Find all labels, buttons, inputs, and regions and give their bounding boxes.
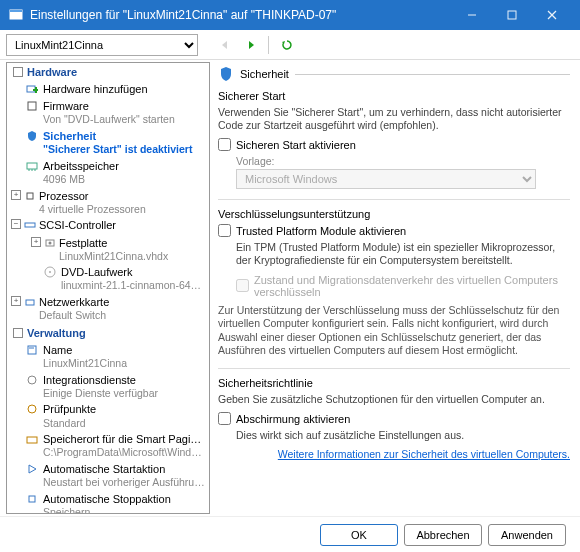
minimize-button[interactable]: [452, 0, 492, 30]
services-icon: [25, 374, 39, 386]
content-title: Sicherheit: [240, 68, 289, 80]
sidebar-item-add-hardware[interactable]: Hardware hinzufügen: [7, 81, 209, 98]
chevron-down-icon: [13, 328, 23, 338]
folder-icon: [25, 433, 39, 445]
secureboot-title: Sicherer Start: [218, 90, 570, 102]
svg-rect-24: [28, 346, 36, 354]
chevron-down-icon: [13, 67, 23, 77]
expand-icon[interactable]: +: [11, 190, 21, 200]
svg-marker-7: [249, 41, 254, 49]
svg-rect-30: [29, 496, 35, 502]
svg-rect-3: [508, 11, 516, 19]
shielding-checkbox-input[interactable]: [218, 412, 231, 425]
sidebar-item-disk[interactable]: + FestplatteLinuxMint21Cinna.vhdx: [7, 235, 209, 265]
cpu-icon: [23, 190, 37, 202]
close-button[interactable]: [532, 0, 572, 30]
svg-rect-13: [27, 163, 37, 169]
tpm-checkbox[interactable]: Trusted Platform Module aktivieren: [218, 224, 570, 237]
sidebar-item-paging[interactable]: Speicherort für die Smart Paging-D...C:\…: [7, 431, 209, 461]
svg-point-20: [49, 241, 52, 244]
sidebar-item-network[interactable]: + NetzwerkkarteDefault Switch: [7, 294, 209, 324]
template-select: Microsoft Windows: [236, 169, 536, 189]
shield-icon: [218, 66, 234, 82]
svg-rect-1: [10, 10, 22, 12]
cancel-button[interactable]: Abbrechen: [404, 524, 482, 546]
sidebar-item-scsi[interactable]: − SCSI-Controller: [7, 217, 209, 234]
migrate-checkbox: Zustand und Migrationsdatenverkehr des v…: [236, 274, 570, 298]
svg-marker-6: [222, 41, 227, 49]
shielding-checkbox[interactable]: Abschirmung aktivieren: [218, 412, 570, 425]
tpm-desc: Ein TPM (Trusted Platform Module) ist ei…: [236, 241, 570, 267]
stop-icon: [25, 493, 39, 505]
sidebar-item-firmware[interactable]: FirmwareVon "DVD-Laufwerk" starten: [7, 98, 209, 128]
category-hardware: Hardware: [7, 63, 209, 81]
section-policy: Sicherheitsrichtlinie Geben Sie zusätzli…: [218, 377, 570, 460]
section-secureboot: Sicherer Start Verwenden Sie "Sicherer S…: [218, 90, 570, 189]
category-management: Verwaltung: [7, 324, 209, 342]
content-pane: Sicherheit Sicherer Start Verwenden Sie …: [212, 60, 580, 516]
app-icon: [8, 7, 24, 23]
sidebar-item-cpu[interactable]: + Prozessor4 virtuelle Prozessoren: [7, 188, 209, 218]
shield-icon: [25, 130, 39, 142]
svg-point-22: [49, 271, 51, 273]
add-icon: [25, 83, 39, 95]
apply-button[interactable]: Anwenden: [488, 524, 566, 546]
dvd-icon: [43, 266, 57, 278]
sidebar-item-dvd[interactable]: DVD-Laufwerklinuxmint-21.1-cinnamon-64bi…: [7, 264, 209, 294]
nav-back-button[interactable]: [214, 34, 236, 56]
sidebar-item-checkpoints[interactable]: PrüfpunkteStandard: [7, 401, 209, 431]
toolbar: LinuxMint21Cinna: [0, 30, 580, 60]
settings-sidebar[interactable]: Hardware Hardware hinzufügen FirmwareVon…: [6, 62, 210, 514]
encryption-title: Verschlüsselungsunterstützung: [218, 208, 570, 220]
section-encryption: Verschlüsselungsunterstützung Trusted Pl…: [218, 208, 570, 358]
more-info-link[interactable]: Weitere Informationen zur Sicherheit des…: [218, 448, 570, 460]
shielding-note: Dies wirkt sich auf zusätzliche Einstell…: [236, 429, 570, 442]
controller-icon: [23, 219, 37, 231]
secureboot-desc: Verwenden Sie "Sicherer Start", um zu ve…: [218, 106, 570, 132]
tpm-checkbox-input[interactable]: [218, 224, 231, 237]
dialog-footer: OK Abbrechen Anwenden: [0, 516, 580, 552]
refresh-button[interactable]: [276, 34, 298, 56]
sidebar-item-autostop[interactable]: Automatische StoppaktionSpeichern: [7, 491, 209, 514]
checkpoint-icon: [25, 403, 39, 415]
network-icon: [23, 296, 37, 308]
sidebar-item-memory[interactable]: Arbeitsspeicher4096 MB: [7, 158, 209, 188]
policy-title: Sicherheitsrichtlinie: [218, 377, 570, 389]
sidebar-item-integration[interactable]: IntegrationsdiensteEinige Dienste verfüg…: [7, 372, 209, 402]
secureboot-checkbox-input[interactable]: [218, 138, 231, 151]
chip-icon: [25, 100, 39, 112]
sidebar-item-name[interactable]: NameLinuxMint21Cinna: [7, 342, 209, 372]
svg-point-27: [28, 405, 36, 413]
collapse-icon[interactable]: −: [11, 219, 21, 229]
expand-icon[interactable]: +: [11, 296, 21, 306]
window-title: Einstellungen für "LinuxMint21Cinna" auf…: [30, 8, 452, 22]
vm-selector[interactable]: LinuxMint21Cinna: [6, 34, 198, 56]
svg-point-26: [28, 376, 36, 384]
secureboot-checkbox[interactable]: Sicheren Start aktivieren: [218, 138, 570, 151]
encryption-note: Zur Unterstützung der Verschlüsselung mu…: [218, 304, 570, 359]
svg-rect-18: [25, 223, 35, 227]
expand-icon[interactable]: +: [31, 237, 41, 247]
titlebar: Einstellungen für "LinuxMint21Cinna" auf…: [0, 0, 580, 30]
svg-marker-29: [29, 465, 36, 473]
svg-rect-17: [27, 193, 33, 199]
svg-rect-12: [28, 102, 36, 110]
tag-icon: [25, 344, 39, 356]
ok-button[interactable]: OK: [320, 524, 398, 546]
sidebar-item-security[interactable]: Sicherheit"Sicherer Start" ist deaktivie…: [7, 128, 209, 158]
migrate-checkbox-input: [236, 279, 249, 292]
start-icon: [25, 463, 39, 475]
policy-desc: Geben Sie zusätzliche Schutzoptionen für…: [218, 393, 570, 406]
disk-icon: [43, 237, 57, 249]
memory-icon: [25, 160, 39, 172]
maximize-button[interactable]: [492, 0, 532, 30]
svg-rect-28: [27, 437, 37, 443]
svg-rect-23: [26, 300, 34, 305]
nav-forward-button[interactable]: [240, 34, 262, 56]
sidebar-item-autostart[interactable]: Automatische StartaktionNeustart bei vor…: [7, 461, 209, 491]
template-label: Vorlage:: [236, 155, 570, 167]
